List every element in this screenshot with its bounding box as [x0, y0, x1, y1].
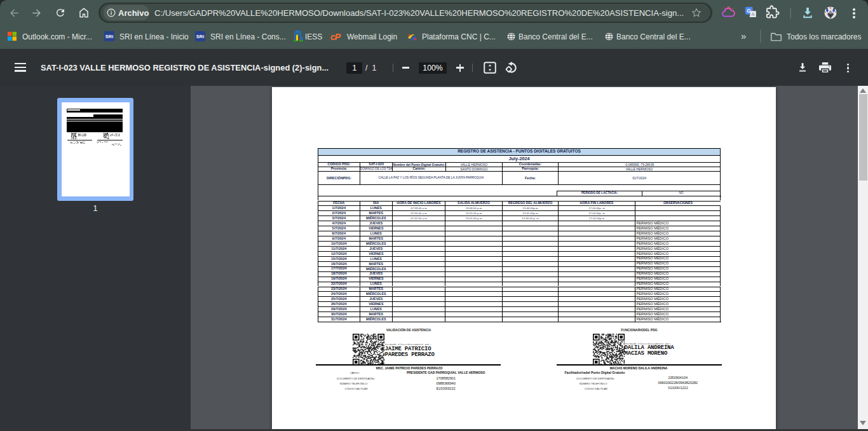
svg-text:A: A: [751, 11, 754, 17]
